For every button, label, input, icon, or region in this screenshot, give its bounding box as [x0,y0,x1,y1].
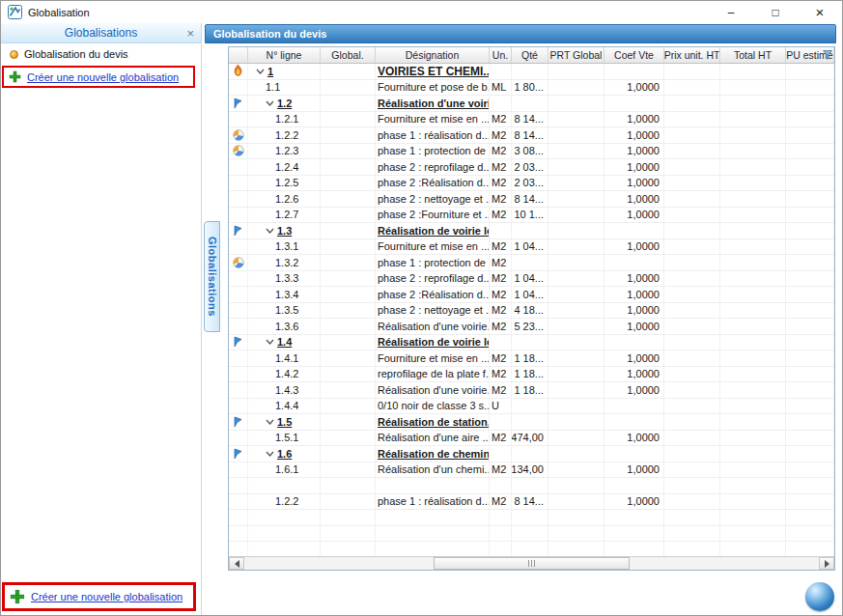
table-row[interactable]: 1.2.7phase 2 :Fourniture et ...M210 1...… [229,208,834,224]
global-cell [321,64,376,79]
table-row[interactable]: 1.2.1Fourniture et mise en ...M28 14...1… [229,112,834,128]
column-header-0[interactable]: N° ligne [248,47,321,63]
scroll-track[interactable] [244,557,819,570]
create-globalisation-link-bottom[interactable]: Créer une nouvelle globalisation [31,591,183,602]
column-header-6[interactable]: Coef Vte [604,47,664,63]
table-row[interactable]: 1.4Réalisation de voirie lé... [229,335,834,351]
scroll-right-arrow[interactable] [819,557,834,570]
scroll-left-arrow[interactable] [229,557,244,570]
table-row[interactable]: 1.3.6Réalisation d'une voirie...M25 23..… [229,319,834,335]
table-row[interactable]: 1.1Fourniture et pose de b...ML1 80...1,… [229,80,834,97]
row-icon-cell [229,399,248,414]
pu-estime-cell [786,271,834,287]
column-header-7[interactable]: Prix unit. HT [664,47,720,63]
designation-cell: Réalisation d'un chemi... [376,462,490,478]
prt-global-cell [548,542,604,556]
create-globalisation-link[interactable]: Créer une nouvelle globalisation [27,71,179,83]
table-row[interactable]: 1.3.4phase 2 :Réalisation d...M21 04...1… [229,287,834,303]
table-row[interactable]: 1.6Réalisation de chemin ... [229,446,834,462]
total-ht-cell [720,382,786,398]
global-cell [321,494,376,510]
coef-vte-cell: 1,0000 [604,494,664,510]
table-row[interactable]: 1.2.5phase 2 :Réalisation d...M22 03...1… [229,176,834,192]
column-header-1[interactable]: Global. [321,47,376,63]
table-row[interactable]: 1.4.2reprofilage de la plate f...M21 18.… [229,367,834,383]
global-cell [321,191,376,207]
column-header-2[interactable]: Désignation [376,47,490,63]
total-ht-cell [720,431,786,446]
table-row[interactable]: 1.4.3Réalisation d'une voirie...M21 18..… [229,382,834,399]
table-row[interactable] [229,478,834,494]
table-row[interactable] [229,510,834,526]
table-row[interactable]: 1.2.4phase 2 : reprofilage d...M22 03...… [229,159,834,176]
column-header-3[interactable]: Un. [490,47,512,63]
designation-cell: phase 1 : protection de ... [376,144,490,159]
prix-unit-ht-cell [664,526,720,542]
table-row[interactable]: 1.4.40/10 noir de classe 3 s...U [229,399,834,415]
row-icon-cell [229,542,248,556]
table-row[interactable]: 1.2.3phase 1 : protection de ...M23 08..… [229,144,834,160]
prix-unit-ht-cell [664,255,720,270]
table-row[interactable]: 1.3.5phase 2 : nettoyage et ...M24 18...… [229,303,834,320]
unit-cell: M2 [490,462,512,478]
prt-global-cell [548,414,604,430]
qty-cell: 4 18... [512,303,548,319]
sidebar-item-globalisation-du-devis[interactable]: Globalisation du devis [1,43,201,65]
globe-button[interactable] [805,582,834,611]
table-row[interactable]: 1.2.6phase 2 : nettoyage et ...M28 14...… [229,191,834,208]
tab-globalisations[interactable]: Globalisations [204,221,220,332]
prt-global-cell [548,239,604,255]
qty-cell [512,414,548,430]
horizontal-scrollbar[interactable] [229,556,834,570]
table-row[interactable]: 1.5.1Réalisation d'une aire ...M2474,001… [229,431,834,447]
global-cell [321,239,376,255]
filter-icon[interactable] [823,50,832,62]
global-cell [321,112,376,127]
column-header-icon[interactable] [229,47,248,63]
table-row[interactable]: 1.4.1Fourniture et mise en ...M21 18...1… [229,350,834,367]
column-header-5[interactable]: PRT Global [548,47,604,63]
coef-vte-cell: 1,0000 [604,431,664,446]
table-row[interactable]: 1.6.1Réalisation d'un chemi...M2134,001,… [229,462,834,479]
total-ht-cell [720,510,786,525]
table-row[interactable]: 1.2.2phase 1 : réalisation d...M28 14...… [229,494,834,511]
pu-estime-cell [786,382,834,398]
prt-global-cell [548,526,604,542]
table-row[interactable]: 1.3.2phase 1 : protection de ...M2 [229,255,834,271]
total-ht-cell [720,494,786,510]
prt-global-cell [548,478,604,493]
total-ht-cell [720,176,786,191]
total-ht-cell [720,542,786,556]
prix-unit-ht-cell [664,112,720,127]
qty-cell [512,478,548,493]
maximize-button[interactable]: □ [753,1,798,23]
table-row[interactable]: 1.3.1Fourniture et mise en ...M21 04...1… [229,239,834,256]
sidebar-close-icon[interactable]: × [186,23,194,42]
row-icon-cell [229,478,248,493]
close-button[interactable]: × [798,1,842,23]
table-row[interactable]: 1.2.2phase 1 : réalisation d...M28 14...… [229,127,834,144]
global-cell [321,159,376,175]
column-header-8[interactable]: Total HT [720,47,786,63]
total-ht-cell [720,526,786,542]
prix-unit-ht-cell [664,64,720,79]
minimize-button[interactable]: – [709,1,753,23]
global-cell [321,303,376,319]
table-row[interactable] [229,526,834,543]
table-row[interactable] [229,542,834,556]
coef-vte-cell: 1,0000 [604,208,664,223]
designation-cell: Réalisation d'une aire ... [376,431,490,446]
scroll-thumb[interactable] [434,557,629,570]
bullet-icon [10,50,18,59]
table-row[interactable]: 1VOIRIES ET CHEMI... [229,64,834,80]
sidebar-item-label: Globalisation du devis [24,48,128,60]
create-globalisation-highlight-bottom: Créer une nouvelle globalisation [2,582,196,611]
column-header-9[interactable]: PU estimé [786,47,834,63]
table-row[interactable]: 1.3.3phase 2 : reprofilage d...M21 04...… [229,271,834,288]
column-header-4[interactable]: Qté [512,47,548,63]
table-row[interactable]: 1.5Réalisation de station... [229,414,834,431]
table-row[interactable]: 1.2Réalisation d'une voiri... [229,96,834,112]
table-row[interactable]: 1.3Réalisation de voirie lo... [229,223,834,239]
designation-cell [376,478,490,493]
global-cell [321,510,376,525]
